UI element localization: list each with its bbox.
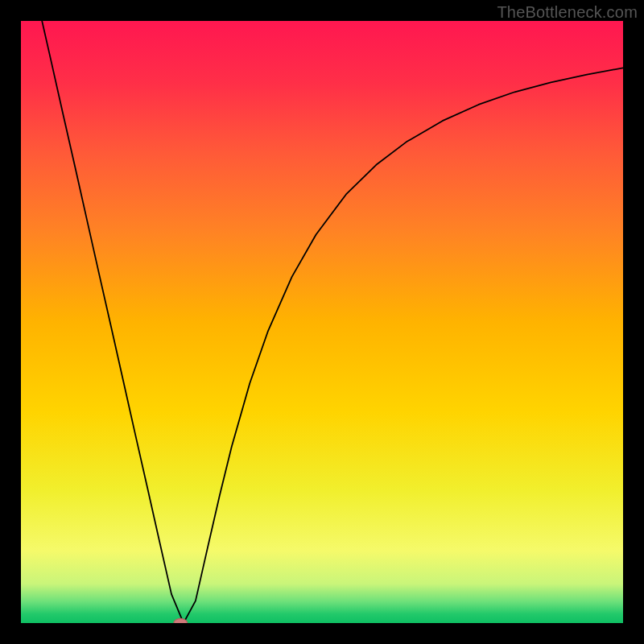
watermark-text: TheBottleneck.com [497, 3, 638, 22]
bottleneck-chart [21, 21, 623, 623]
plot-background [21, 21, 623, 623]
chart-frame: TheBottleneck.com [0, 0, 644, 644]
